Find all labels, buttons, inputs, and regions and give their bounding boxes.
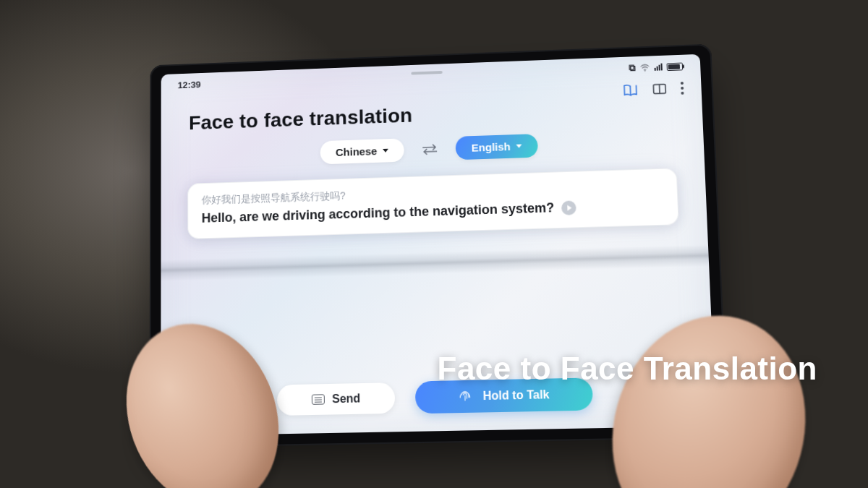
chevron-down-icon — [516, 145, 522, 148]
send-button[interactable]: Send — [277, 382, 396, 416]
promo-overlay-text: Face to Face Translation — [438, 351, 818, 387]
svg-line-2 — [660, 85, 660, 94]
wifi-icon — [639, 62, 650, 72]
status-right-cluster: ⧉ — [629, 61, 683, 74]
keyboard-icon — [312, 394, 325, 405]
top-toolbar — [622, 80, 684, 98]
hinge-crease — [161, 244, 709, 281]
language-selector-row: Chinese English — [161, 128, 705, 169]
book-open-icon[interactable] — [622, 82, 639, 98]
scene-background: 12:39 ⧉ — [0, 0, 868, 488]
source-language-pill[interactable]: Chinese — [320, 138, 404, 164]
hold-to-talk-label: Hold to Talk — [482, 388, 550, 403]
svg-point-0 — [644, 70, 645, 71]
status-time: 12:39 — [178, 79, 201, 90]
more-options-icon[interactable] — [681, 82, 684, 95]
translation-card: 你好我们是按照导航系统行驶吗? Hello, are we driving ac… — [187, 168, 679, 239]
source-language-label: Chinese — [336, 145, 378, 158]
swap-languages-icon[interactable] — [420, 142, 440, 156]
chevron-down-icon — [383, 149, 388, 153]
play-audio-icon[interactable] — [561, 200, 576, 215]
signal-icon — [654, 64, 662, 71]
fingerprint-icon — [458, 389, 473, 404]
target-language-pill[interactable]: English — [456, 134, 539, 160]
target-language-label: English — [472, 140, 511, 153]
page-title: Face to face translation — [189, 104, 412, 134]
battery-icon — [666, 62, 683, 71]
nfc-icon: ⧉ — [629, 62, 636, 74]
split-screen-icon[interactable] — [651, 81, 668, 97]
send-button-label: Send — [332, 392, 360, 406]
